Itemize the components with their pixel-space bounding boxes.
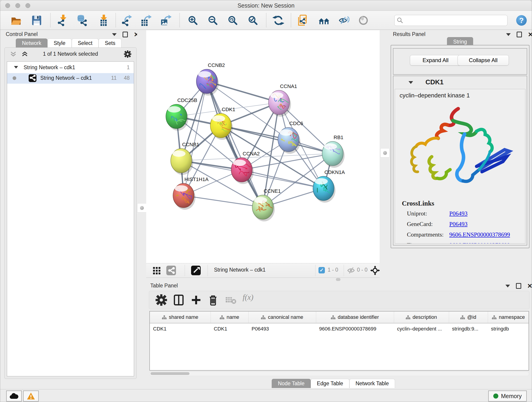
node-CCNA1[interactable]: CCNA1 [268, 83, 297, 117]
import-network-file-icon[interactable] [57, 15, 68, 26]
float-panel-icon[interactable] [112, 33, 117, 36]
table-panel: Table Panel ✕ f(x) shared namenamecanoni… [146, 282, 532, 389]
save-session-icon[interactable] [31, 15, 42, 26]
network-badge-icon[interactable] [166, 266, 176, 275]
node-CCNB2[interactable]: CCNB2 [196, 62, 225, 96]
column-header-namespace[interactable]: namespace [488, 312, 529, 323]
network-selector-label: 1 of 1 Network selected [5, 51, 136, 57]
horizontal-splitter-handle[interactable] [336, 278, 341, 281]
open-session-icon[interactable] [10, 15, 22, 26]
node-CDK1[interactable]: CDK1 [210, 107, 235, 140]
table-cell: CDK1 [150, 323, 210, 334]
tab-network-table[interactable]: Network Table [349, 379, 395, 388]
string-results-body: Expand All Collapse All CDK1 cyclin–depe… [391, 45, 530, 248]
export-table-icon[interactable] [141, 15, 152, 26]
crosslink-value-link[interactable]: 9606.ENSP00000378699 [449, 231, 510, 238]
float-panel-icon[interactable] [506, 33, 511, 36]
edge-CCNB2-CCNE1[interactable] [207, 81, 263, 207]
table-hscrollbar[interactable] [149, 371, 529, 376]
table-cell: 9606.ENSP00000378699 [316, 323, 394, 334]
zoom-selected-icon[interactable] [247, 15, 259, 26]
close-panel-icon[interactable]: ✕ [528, 32, 532, 37]
tab-node-table[interactable]: Node Table [272, 379, 311, 388]
left-splitter-handle[interactable] [137, 203, 146, 212]
tab-style[interactable]: Style [47, 38, 71, 48]
table-options-gear-icon[interactable] [156, 294, 167, 306]
right-splitter-handle[interactable] [380, 148, 389, 157]
tab-network[interactable]: Network [16, 38, 47, 48]
hidden-counts: 0 - 0 [357, 267, 367, 273]
toolbar-separator [291, 13, 291, 27]
warnings-button[interactable] [23, 390, 39, 402]
cloud-status-button[interactable] [6, 390, 22, 402]
node-CDC6[interactable]: CDC6 [278, 121, 303, 154]
column-header-@id[interactable]: @id [449, 312, 488, 323]
column-header-name[interactable]: name [210, 312, 248, 323]
tab-select[interactable]: Select [72, 38, 99, 48]
node-CDKN1A[interactable]: CDKN1A [313, 169, 345, 203]
collapse-gene-icon[interactable] [409, 81, 413, 84]
column-header-database-identifier[interactable]: database identifier [316, 312, 394, 323]
column-header-description[interactable]: description [394, 312, 449, 323]
snapshot-icon[interactable] [298, 15, 309, 26]
collection-name: String Network – cdk1 [24, 64, 75, 70]
render-detail-icon[interactable] [358, 15, 369, 26]
crosslink-value-link[interactable]: P06493 [449, 221, 467, 228]
column-header-label: name [227, 314, 239, 320]
crosslink-row: Compartments:9606.ENSP00000378699 [407, 231, 520, 242]
gene-description: cyclin–dependent kinase 1 [399, 92, 470, 99]
birds-eye-icon[interactable] [370, 266, 380, 275]
table-panel-title: Table Panel [150, 283, 178, 289]
export-image-icon[interactable] [161, 15, 172, 26]
memory-button[interactable]: Memory [488, 390, 527, 402]
refresh-icon[interactable] [273, 15, 284, 26]
results-panel-title: Results Panel [393, 31, 425, 37]
export-network-icon[interactable] [121, 15, 133, 26]
edge-CDK1-RB1[interactable] [221, 126, 333, 153]
maximize-panel-icon[interactable] [516, 283, 521, 289]
network-row[interactable]: String Network – cdk1 11 48 [7, 73, 134, 84]
crosslink-value-link[interactable]: P06493 [449, 210, 467, 217]
network-collection-row[interactable]: String Network – cdk1 1 [7, 63, 134, 73]
node-label: CCNE1 [264, 188, 281, 194]
expand-all-button[interactable]: Expand All [410, 55, 461, 65]
column-header-shared-name[interactable]: shared name [150, 312, 210, 323]
tab-edge-table[interactable]: Edge Table [311, 379, 349, 388]
node-RB1[interactable]: RB1 [322, 134, 345, 168]
zoom-in-icon[interactable] [187, 15, 199, 26]
help-icon[interactable]: ? [516, 15, 527, 26]
node-HIST1H1A[interactable]: HIST1H1A [173, 177, 209, 210]
table-cell: stringdb [488, 323, 529, 334]
close-panel-icon[interactable]: ✕ [527, 284, 532, 288]
table-hscroll-thumb[interactable] [151, 372, 190, 375]
column-header-canonical-name[interactable]: canonical name [248, 312, 316, 323]
delete-column-icon[interactable] [207, 294, 219, 306]
add-column-icon[interactable] [190, 294, 202, 306]
hide-graphics-details-icon[interactable] [338, 15, 349, 26]
node-table[interactable]: shared namenamecanonical namedatabase id… [149, 311, 529, 370]
maximize-panel-icon[interactable] [123, 32, 128, 37]
import-network-database-icon[interactable] [76, 15, 88, 26]
float-panel-icon[interactable] [505, 285, 510, 287]
zoom-fit-icon[interactable] [227, 15, 239, 26]
zoom-out-icon[interactable] [207, 15, 219, 26]
crosslink-label: Uniprot: [407, 210, 427, 217]
collapse-all-button[interactable]: Collapse All [457, 55, 509, 65]
maximize-panel-icon[interactable] [517, 32, 522, 37]
table-row[interactable]: CDK1CDK1P064939606.ENSP00000378699cyclin… [150, 323, 529, 334]
show-columns-icon[interactable] [173, 294, 184, 306]
tab-sets[interactable]: Sets [99, 38, 121, 48]
search-input[interactable] [405, 16, 504, 24]
selected-nodes-checkbox[interactable]: ✓ [318, 267, 325, 274]
search-field[interactable] [394, 15, 507, 26]
node-CCNB1[interactable]: CCNB1 [171, 142, 199, 175]
network-canvas[interactable]: CCNB2CCNA1CDC25BCDK1CDC6RB1CCNB1CCNA2CDK… [146, 30, 380, 263]
grid-view-icon[interactable] [152, 267, 161, 275]
network-options-gear-icon[interactable] [124, 51, 131, 58]
show-all-networks-icon[interactable] [318, 15, 330, 26]
import-table-file-icon[interactable] [97, 15, 109, 26]
crosslink-value-link[interactable]: 9606.ENSP00000378699 [449, 242, 510, 244]
edge-CCNA2-CDKN1A[interactable] [242, 170, 323, 188]
column-header-label: database identifier [338, 314, 379, 320]
open-in-browser-icon[interactable] [191, 266, 201, 275]
